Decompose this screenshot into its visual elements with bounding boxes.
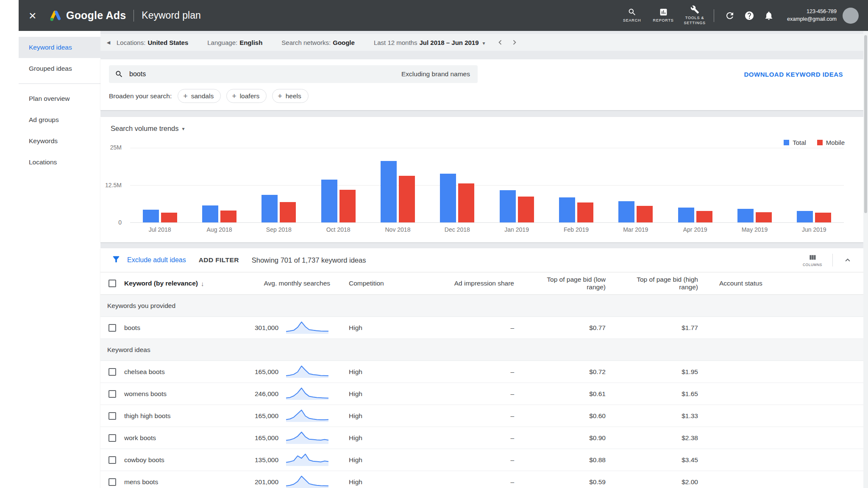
table-body: Keywords you providedboots301,000High–$0… [100,295,863,488]
competition-cell: High [342,434,435,442]
keyword-search-box[interactable]: boots Excluding brand names [109,65,478,83]
broaden-search-label: Broaden your search: [109,92,172,100]
chart-bar-total [500,190,516,222]
vertical-scrollbar[interactable] [863,31,868,488]
collapse-panel-button[interactable]: ◀ [100,40,117,45]
header-account-status[interactable]: Account status [712,280,863,287]
row-checkbox[interactable] [108,390,116,398]
sidebar-item-ad-groups[interactable]: Ad groups [19,109,100,130]
row-checkbox[interactable] [108,368,116,376]
sparkline-chart [284,386,330,402]
columns-button[interactable]: COLUMNS [803,253,822,267]
exclude-adult-ideas-link[interactable]: Exclude adult ideas [127,256,186,264]
row-checkbox[interactable] [108,324,116,332]
chart-group [189,148,249,222]
chart-bar-total [381,161,397,222]
broaden-chip-sandals[interactable]: +sandals [178,89,221,103]
keyword-cell: work boots [124,434,218,442]
row-checkbox[interactable] [108,478,116,486]
legend-item-mobile: Mobile [817,139,845,146]
ad-impression-share-cell: – [435,478,528,486]
chart-group [487,148,546,222]
chart-bar-total [440,174,456,222]
top-bid-high-cell: $1.33 [622,412,712,420]
language-value: English [239,39,262,46]
account-id: 123-456-789 [787,8,837,16]
broaden-chip-heels[interactable]: +heels [272,89,309,103]
sidebar-item-keywords[interactable]: Keywords [19,130,100,152]
header-ad-impression-share[interactable]: Ad impression share [435,280,528,287]
chart-bar-total [262,195,278,222]
columns-icon [808,253,817,262]
sidebar-nav: Keyword ideasGrouped ideasPlan overviewA… [19,37,100,173]
setting-language[interactable]: Language:English [207,39,262,46]
page-title: Keyword plan [142,10,200,21]
broaden-chip-loafers[interactable]: +loafers [226,89,267,103]
checkbox-cell [100,368,124,376]
avg-searches-value: 201,000 [255,478,278,486]
chart-title: Search volume trends [111,125,179,133]
header-top-bid-low[interactable]: Top of page bid (low range) [528,276,622,291]
header-keyword[interactable]: Keyword (by relevance) ↓ [124,280,218,287]
refresh-button[interactable] [725,11,735,21]
chart-x-axis: Jul 2018Aug 2018Sep 2018Oct 2018Nov 2018… [130,226,844,233]
sidebar-item-locations[interactable]: Locations [19,152,100,173]
tools-settings-nav-button[interactable]: TOOLS & SETTINGS [679,5,710,25]
add-filter-button[interactable]: ADD FILTER [199,256,239,264]
next-period-button[interactable] [510,38,519,47]
x-axis-label: Apr 2019 [665,226,725,233]
setting-date-range[interactable]: Last 12 monthsJul 2018 – Jun 2019▾ [374,39,485,46]
collapse-table-button[interactable] [843,255,852,265]
competition-cell: High [342,368,435,376]
plus-icon: + [232,92,236,100]
search-nav-label: SEARCH [623,18,641,23]
avg-searches-value: 165,000 [255,434,278,442]
search-nav-button[interactable]: SEARCH [616,8,648,23]
setting-locations[interactable]: Locations:United States [117,39,188,46]
avg-monthly-searches-cell: 246,000 [218,386,342,402]
avatar[interactable] [843,8,859,24]
setting-search-networks[interactable]: Search networks:Google [281,39,355,46]
header-competition[interactable]: Competition [342,280,435,287]
sidebar-item-plan-overview[interactable]: Plan overview [19,88,100,109]
table-row: chelsea boots165,000High–$0.72$1.95 [100,361,863,383]
reports-nav-button[interactable]: REPORTS [648,8,679,23]
account-info[interactable]: 123-456-789 example@gmail.com [787,8,837,23]
header-avg-monthly-searches[interactable]: Avg. monthly searches [218,280,342,287]
row-checkbox[interactable] [108,434,116,442]
product-name: Google Ads [66,9,126,22]
locations-label: Locations: [117,39,145,46]
reports-nav-label: REPORTS [653,18,674,23]
legend-label: Mobile [826,139,845,146]
sparkline-chart [284,452,330,468]
competition-cell: High [342,324,435,332]
sidebar-item-keyword-ideas[interactable]: Keyword ideas [19,37,100,58]
x-axis-label: Mar 2019 [606,226,665,233]
close-button[interactable]: × [29,9,42,22]
header-top-bid-high[interactable]: Top of page bid (high range) [622,276,712,291]
help-button[interactable] [744,11,754,21]
account-email: example@gmail.com [787,16,837,23]
row-checkbox[interactable] [108,412,116,420]
ad-impression-share-cell: – [435,368,528,376]
table-row: cowboy boots135,000High–$0.88$3.45 [100,449,863,471]
date-range-value: Jul 2018 – Jun 2019 [419,39,479,46]
row-checkbox[interactable] [108,456,116,464]
chart-bar-mobile [399,176,415,222]
select-all-checkbox[interactable] [108,280,116,287]
filter-bar-divider [832,254,833,266]
scrollbar-thumb[interactable] [864,35,867,213]
download-keyword-ideas-button[interactable]: DOWNLOAD KEYWORD IDEAS [744,71,843,78]
notifications-button[interactable] [764,11,774,21]
previous-period-button[interactable] [495,38,505,47]
sidebar-item-grouped-ideas[interactable]: Grouped ideas [19,58,100,79]
legend-label: Total [793,139,806,146]
chart-group [546,148,606,222]
broaden-search-row: Broaden your search: +sandals+loafers+he… [109,89,855,103]
google-ads-logo-icon[interactable] [49,9,62,22]
chart-type-dropdown[interactable]: Search volume trends ▾ [111,125,185,133]
settings-bar: ◀ Locations:United States Language:Engli… [100,34,863,51]
keyword-cell: womens boots [124,390,218,398]
chart-group [725,148,784,222]
header-checkbox-cell [100,280,124,287]
